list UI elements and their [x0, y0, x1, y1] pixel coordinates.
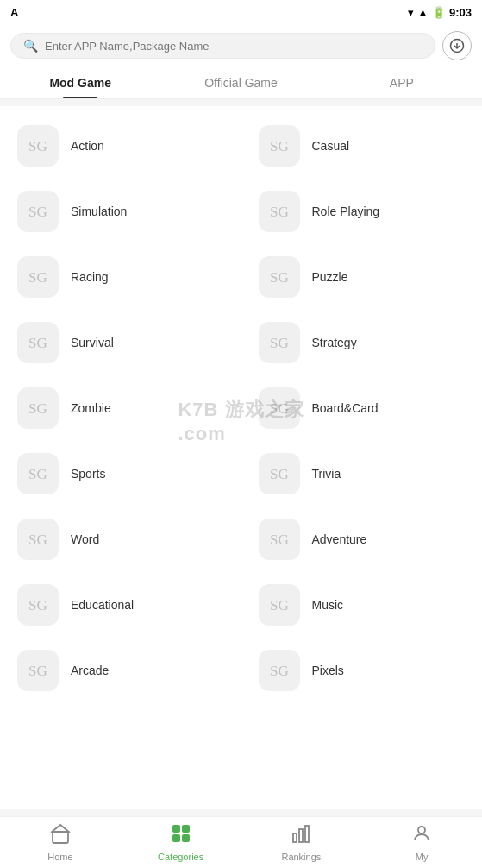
category-word[interactable]: SG Word [0, 506, 241, 572]
svg-text:SG: SG [270, 400, 289, 417]
svg-rect-26 [299, 829, 303, 842]
home-icon [50, 823, 71, 849]
svg-text:SG: SG [28, 400, 47, 417]
category-icon-music: SG [259, 584, 300, 626]
category-label-strategy: Strategy [312, 336, 357, 349]
search-wrapper[interactable]: 🔍 [10, 33, 435, 59]
nav-rankings-label: Rankings [281, 852, 321, 862]
category-icon-board-card: SG [259, 387, 300, 429]
search-bar: 🔍 [0, 24, 482, 67]
nav-home-label: Home [47, 852, 72, 862]
category-arcade[interactable]: SG Arcade [0, 638, 241, 703]
category-label-puzzle: Puzzle [312, 270, 348, 284]
svg-text:SG: SG [28, 204, 47, 220]
category-icon-sports: SG [17, 453, 59, 494]
category-action[interactable]: SG Action [0, 113, 241, 179]
categories-container: SG Action SG Casual SG Simulation SG Rol… [0, 106, 482, 809]
clock: 9:03 [449, 6, 472, 19]
category-educational[interactable]: SG Educational [0, 572, 241, 638]
category-icon-word: SG [17, 519, 59, 560]
category-zombie[interactable]: SG Zombie [0, 375, 241, 441]
category-music[interactable]: SG Music [241, 572, 483, 638]
category-icon-puzzle: SG [259, 256, 300, 298]
category-sports[interactable]: SG Sports [0, 441, 241, 506]
svg-text:SG: SG [270, 335, 289, 351]
search-icon: 🔍 [23, 39, 38, 53]
svg-text:SG: SG [28, 531, 47, 548]
nav-my[interactable]: My [361, 823, 482, 862]
category-survival[interactable]: SG Survival [0, 310, 241, 375]
category-racing[interactable]: SG Racing [0, 244, 241, 310]
svg-text:SG: SG [270, 466, 289, 482]
category-label-simulation: Simulation [71, 204, 127, 218]
category-label-racing: Racing [71, 270, 109, 284]
nav-categories[interactable]: Categories [121, 823, 241, 862]
category-label-survival: Survival [71, 336, 114, 349]
category-icon-action: SG [17, 125, 59, 167]
svg-text:SG: SG [28, 663, 47, 679]
svg-text:SG: SG [270, 269, 289, 286]
category-label-casual: Casual [312, 139, 350, 153]
category-label-educational: Educational [71, 598, 134, 612]
search-input[interactable] [45, 40, 423, 53]
category-label-trivia: Trivia [312, 467, 341, 481]
svg-rect-22 [182, 825, 190, 833]
svg-text:SG: SG [28, 597, 47, 613]
wifi-icon: ▾ [408, 6, 414, 19]
svg-rect-25 [293, 833, 297, 842]
category-icon-racing: SG [17, 256, 59, 298]
category-pixels[interactable]: SG Pixels [241, 638, 483, 703]
category-label-sports: Sports [71, 467, 105, 481]
category-icon-trivia: SG [259, 453, 300, 494]
svg-point-28 [418, 827, 425, 833]
download-button[interactable] [442, 31, 472, 60]
category-adventure[interactable]: SG Adventure [241, 506, 483, 572]
category-icon-survival: SG [17, 322, 59, 363]
svg-text:SG: SG [270, 138, 289, 154]
nav-rankings[interactable]: Rankings [241, 823, 362, 862]
tab-official-game[interactable]: Official Game [160, 67, 321, 98]
bottom-nav: Home Categories Rankings [0, 816, 482, 868]
categories-grid: SG Action SG Casual SG Simulation SG Rol… [0, 113, 482, 703]
status-icons: ▾ ▲ 🔋 9:03 [408, 6, 472, 19]
category-icon-simulation: SG [17, 191, 59, 232]
category-icon-educational: SG [17, 584, 59, 626]
categories-icon [171, 823, 191, 849]
status-bar: A ▾ ▲ 🔋 9:03 [0, 0, 482, 24]
svg-text:SG: SG [28, 269, 47, 286]
category-trivia[interactable]: SG Trivia [241, 441, 483, 506]
svg-text:SG: SG [270, 531, 289, 548]
category-icon-casual: SG [259, 125, 300, 167]
category-simulation[interactable]: SG Simulation [0, 179, 241, 244]
category-label-action: Action [71, 139, 104, 153]
category-label-adventure: Adventure [312, 532, 367, 546]
svg-text:SG: SG [270, 597, 289, 613]
battery-icon: 🔋 [432, 6, 446, 19]
category-board-card[interactable]: SG Board&Card [241, 375, 483, 441]
svg-rect-24 [182, 834, 190, 842]
category-label-music: Music [312, 598, 344, 612]
category-label-zombie: Zombie [71, 401, 111, 415]
category-icon-zombie: SG [17, 387, 59, 429]
app-indicator: A [10, 6, 18, 19]
svg-text:SG: SG [28, 138, 47, 154]
category-label-board-card: Board&Card [312, 401, 379, 415]
svg-rect-21 [172, 825, 180, 833]
signal-icon: ▲ [417, 6, 429, 19]
my-icon [411, 823, 432, 849]
tabs-container: Mod Game Official Game APP [0, 67, 482, 99]
category-role-playing[interactable]: SG Role Playing [241, 179, 483, 244]
tab-app[interactable]: APP [322, 67, 482, 98]
category-label-word: Word [71, 532, 99, 546]
svg-text:SG: SG [28, 466, 47, 482]
tab-mod-game[interactable]: Mod Game [0, 67, 160, 98]
svg-text:SG: SG [28, 335, 47, 351]
category-strategy[interactable]: SG Strategy [241, 310, 483, 375]
category-icon-strategy: SG [259, 322, 300, 363]
nav-home[interactable]: Home [0, 823, 121, 862]
category-casual[interactable]: SG Casual [241, 113, 483, 179]
category-icon-adventure: SG [259, 519, 300, 560]
category-icon-role-playing: SG [259, 191, 300, 232]
svg-rect-27 [305, 826, 309, 842]
category-puzzle[interactable]: SG Puzzle [241, 244, 483, 310]
